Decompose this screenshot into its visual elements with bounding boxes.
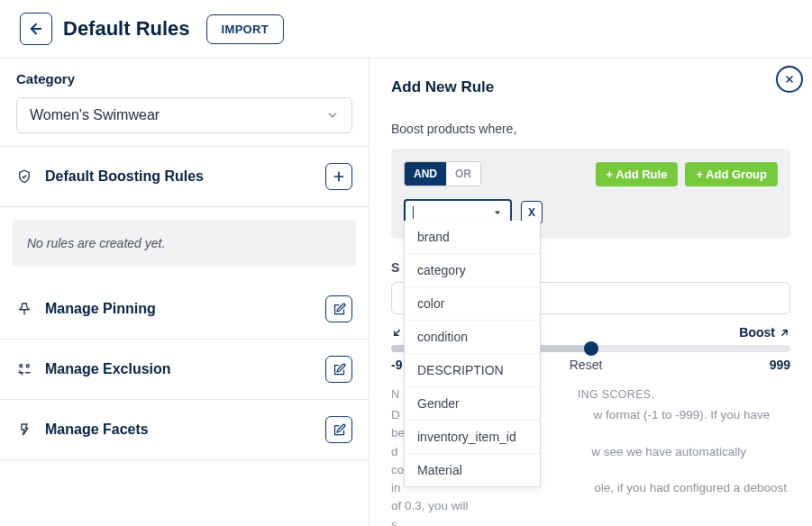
- svg-line-12: [395, 330, 399, 334]
- arrow-left-icon: [28, 21, 44, 37]
- svg-point-4: [20, 365, 23, 367]
- category-select[interactable]: Women's Swimwear: [16, 97, 352, 133]
- slider-max: 999: [770, 358, 790, 372]
- dropdown-item[interactable]: category: [405, 254, 540, 287]
- close-button[interactable]: [776, 66, 803, 93]
- add-rule-btn[interactable]: + Add Rule: [596, 162, 679, 186]
- shield-icon: [16, 168, 32, 185]
- category-label: Category: [16, 71, 352, 86]
- add-rule-button[interactable]: [325, 163, 352, 190]
- row-title: Manage Facets: [45, 422, 149, 438]
- edit-exclusion-button[interactable]: [325, 356, 352, 383]
- no-rules-message: No rules are created yet.: [13, 220, 356, 267]
- dropdown-item[interactable]: Gender: [405, 387, 540, 421]
- row-title: Manage Pinning: [45, 301, 156, 317]
- row-title: Default Boosting Rules: [45, 168, 204, 185]
- boost-where-label: Boost products where,: [391, 122, 790, 136]
- facets-icon: [16, 422, 32, 438]
- import-button[interactable]: IMPORT: [206, 14, 284, 44]
- dropdown-item[interactable]: Material: [405, 454, 540, 487]
- dropdown-item[interactable]: color: [405, 287, 540, 321]
- edit-icon: [333, 363, 346, 376]
- dropdown-item[interactable]: inventory_item_id: [405, 421, 540, 454]
- row-title: Manage Exclusion: [45, 361, 171, 377]
- and-toggle[interactable]: AND: [405, 162, 446, 186]
- svg-point-5: [26, 365, 29, 367]
- svg-line-13: [782, 330, 787, 334]
- back-button[interactable]: [20, 13, 52, 45]
- chevron-down-icon: [326, 109, 339, 122]
- rule-builder: AND OR + Add Rule + Add Group X brand ca…: [391, 149, 790, 239]
- slider-reset[interactable]: Reset: [570, 358, 603, 372]
- edit-pinning-button[interactable]: [325, 295, 352, 322]
- svg-marker-11: [495, 212, 500, 215]
- edit-facets-button[interactable]: [325, 416, 352, 443]
- or-toggle[interactable]: OR: [446, 162, 480, 186]
- close-icon: [784, 74, 795, 85]
- pin-icon: [16, 301, 32, 317]
- page-title: Default Rules: [63, 17, 190, 41]
- arrow-diag-up-icon: [779, 327, 790, 339]
- category-value: Women's Swimwear: [30, 107, 160, 123]
- dropdown-item[interactable]: DESCRIPTION: [405, 354, 540, 387]
- boost-label: Boost: [739, 325, 790, 340]
- panel-title: Add New Rule: [391, 78, 790, 96]
- dropdown-item[interactable]: brand: [405, 221, 540, 254]
- add-group-btn[interactable]: + Add Group: [685, 162, 778, 186]
- attribute-dropdown: brand category color condition DESCRIPTI…: [404, 221, 541, 487]
- exclusion-icon: [16, 361, 32, 377]
- edit-icon: [333, 423, 346, 437]
- andor-toggle: AND OR: [404, 161, 481, 186]
- arrow-diag-down-icon: [391, 327, 403, 339]
- dropdown-item[interactable]: condition: [405, 321, 540, 354]
- slider-thumb[interactable]: [584, 341, 598, 356]
- caret-down-icon: [492, 207, 503, 218]
- text-cursor: [413, 206, 414, 219]
- plus-icon: [332, 169, 346, 184]
- edit-icon: [333, 303, 346, 316]
- slider-min: -9: [391, 358, 402, 372]
